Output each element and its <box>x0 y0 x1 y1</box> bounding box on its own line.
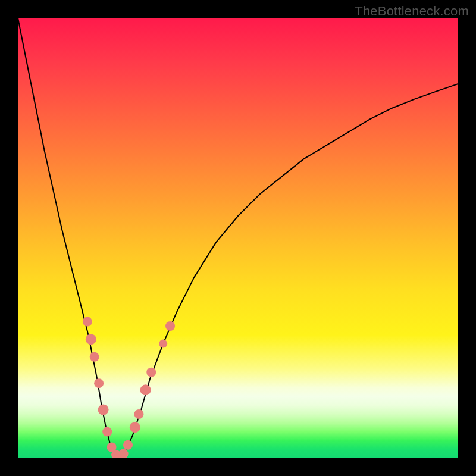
data-marker <box>86 334 96 345</box>
data-marker <box>123 440 133 450</box>
data-marker <box>146 368 156 377</box>
data-marker <box>90 352 99 362</box>
data-marker <box>134 409 144 419</box>
curve-layer <box>18 18 458 457</box>
data-marker <box>94 378 104 388</box>
data-marker <box>165 321 175 331</box>
data-marker <box>98 405 109 415</box>
marker-layer <box>83 317 175 458</box>
chart-frame: TheBottleneck.com <box>0 0 476 476</box>
data-marker <box>159 340 167 348</box>
data-marker <box>119 449 129 458</box>
data-marker <box>140 384 151 395</box>
attribution-label: TheBottleneck.com <box>355 4 469 19</box>
data-marker <box>102 427 112 437</box>
chart-svg <box>18 18 458 458</box>
plot-area <box>18 18 458 458</box>
bottleneck-curve-path <box>18 18 458 457</box>
data-marker <box>83 317 92 327</box>
data-marker <box>130 422 140 433</box>
